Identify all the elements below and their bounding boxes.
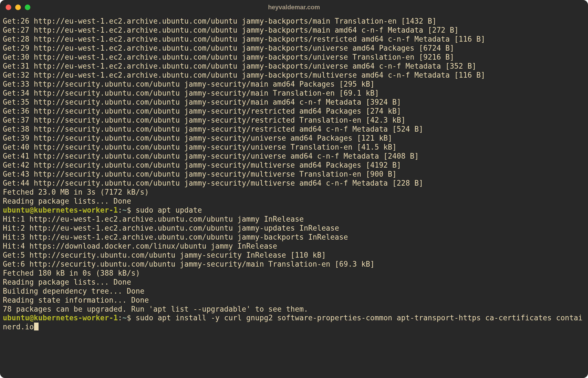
terminal-output-line: Get:30 http://eu-west-1.ec2.archive.ubun… (3, 53, 585, 62)
prompt-colon: : (118, 206, 122, 214)
terminal-output-line: Get:5 http://security.ubuntu.com/ubuntu … (3, 251, 585, 260)
terminal-output-line: Hit:3 http://eu-west-1.ec2.archive.ubunt… (3, 233, 585, 242)
zoom-icon[interactable] (25, 4, 30, 10)
terminal-output-line: Get:33 http://security.ubuntu.com/ubuntu… (3, 80, 585, 89)
prompt-symbol: $ (127, 206, 135, 214)
terminal-output-line: Get:26 http://eu-west-1.ec2.archive.ubun… (3, 17, 585, 26)
prompt-user-host: ubuntu@kubernetes-worker-1 (3, 206, 118, 214)
prompt-user-host: ubuntu@kubernetes-worker-1 (3, 314, 118, 322)
terminal-output-line: Reading package lists... Done (3, 278, 585, 287)
prompt-path: ~ (122, 314, 127, 322)
terminal-output-line: Get:43 http://security.ubuntu.com/ubuntu… (3, 170, 585, 179)
terminal-output-line: Get:40 http://security.ubuntu.com/ubuntu… (3, 143, 585, 152)
terminal-prompt-line: ubuntu@kubernetes-worker-1:~$ sudo apt i… (3, 314, 585, 332)
terminal-output-line: Reading state information... Done (3, 296, 585, 305)
terminal-output-line: Get:38 http://security.ubuntu.com/ubuntu… (3, 125, 585, 134)
terminal-output-line: Get:34 http://security.ubuntu.com/ubuntu… (3, 89, 585, 98)
terminal-output-line: Hit:1 http://eu-west-1.ec2.archive.ubunt… (3, 215, 585, 224)
titlebar: heyvaldemar.com (0, 0, 588, 15)
window-title: heyvaldemar.com (0, 4, 588, 11)
terminal-output-line: Get:28 http://eu-west-1.ec2.archive.ubun… (3, 35, 585, 44)
terminal-output-line: Get:44 http://security.ubuntu.com/ubuntu… (3, 179, 585, 188)
terminal-output-line: Get:31 http://eu-west-1.ec2.archive.ubun… (3, 62, 585, 71)
prompt-symbol: $ (127, 314, 135, 322)
terminal-output-line: Hit:4 https://download.docker.com/linux/… (3, 242, 585, 251)
terminal-output-line: Fetched 23.0 MB in 3s (7172 kB/s) (3, 188, 585, 197)
cursor-icon (34, 323, 38, 330)
terminal-output-line: Get:37 http://security.ubuntu.com/ubuntu… (3, 116, 585, 125)
terminal-output-line: Hit:2 http://eu-west-1.ec2.archive.ubunt… (3, 224, 585, 233)
terminal-body[interactable]: Get:26 http://eu-west-1.ec2.archive.ubun… (0, 15, 588, 334)
terminal-output-line: Get:42 http://security.ubuntu.com/ubuntu… (3, 161, 585, 170)
prompt-command: sudo apt update (136, 206, 202, 214)
terminal-output-line: Get:32 http://eu-west-1.ec2.archive.ubun… (3, 71, 585, 80)
prompt-path: ~ (122, 206, 127, 214)
close-icon[interactable] (6, 4, 11, 10)
terminal-output-line: Get:39 http://security.ubuntu.com/ubuntu… (3, 134, 585, 143)
terminal-output-line: 78 packages can be upgraded. Run 'apt li… (3, 305, 585, 314)
prompt-colon: : (118, 314, 122, 322)
terminal-window: heyvaldemar.com Get:26 http://eu-west-1.… (0, 0, 588, 378)
terminal-output-line: Get:36 http://security.ubuntu.com/ubuntu… (3, 107, 585, 116)
terminal-output-line: Reading package lists... Done (3, 197, 585, 206)
terminal-output-line: Get:35 http://security.ubuntu.com/ubuntu… (3, 98, 585, 107)
terminal-output-line: Building dependency tree... Done (3, 287, 585, 296)
terminal-output-line: Fetched 180 kB in 0s (388 kB/s) (3, 269, 585, 278)
terminal-output-line: Get:29 http://eu-west-1.ec2.archive.ubun… (3, 44, 585, 53)
terminal-output-line: Get:6 http://security.ubuntu.com/ubuntu … (3, 260, 585, 269)
minimize-icon[interactable] (15, 4, 21, 10)
terminal-output-line: Get:27 http://eu-west-1.ec2.archive.ubun… (3, 26, 585, 35)
traffic-lights (6, 4, 30, 10)
terminal-output-line: Get:41 http://security.ubuntu.com/ubuntu… (3, 152, 585, 161)
terminal-prompt-line: ubuntu@kubernetes-worker-1:~$ sudo apt u… (3, 206, 585, 215)
